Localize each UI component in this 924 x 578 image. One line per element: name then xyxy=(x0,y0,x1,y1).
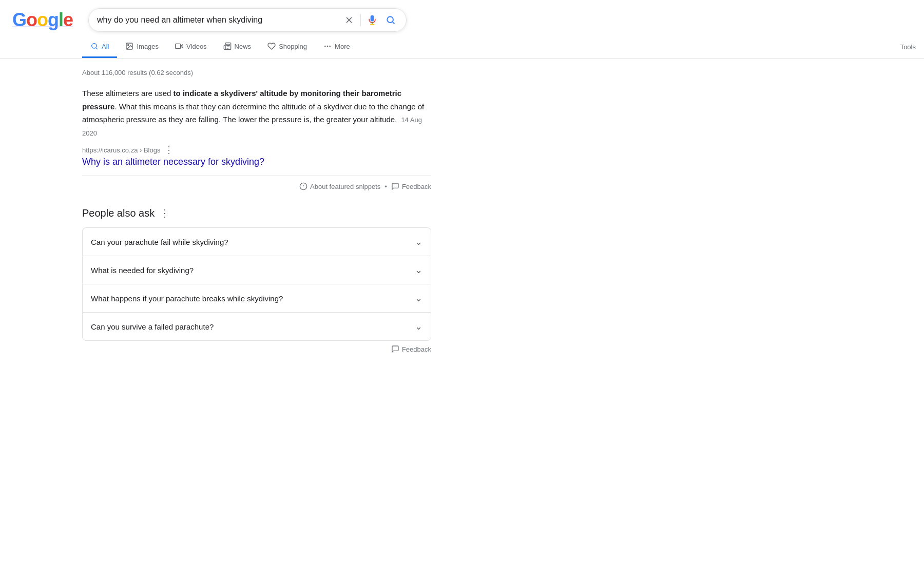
feedback-button[interactable]: Feedback xyxy=(391,182,431,190)
feedback-label: Feedback xyxy=(402,183,431,190)
svg-rect-11 xyxy=(176,44,181,48)
chevron-down-icon-2: ⌄ xyxy=(415,264,422,276)
people-also-ask-section: People also ask ⋮ Can your parachute fai… xyxy=(82,207,431,341)
chevron-down-icon-4: ⌄ xyxy=(415,321,422,332)
snippet-text-after: . What this means is that they can deter… xyxy=(82,102,424,124)
logo-letter-g: G xyxy=(12,9,26,30)
snippet-url-row: https://icarus.co.za › Blogs ⋮ xyxy=(82,145,431,155)
svg-point-14 xyxy=(329,46,331,47)
paa-question-1: Can your parachute fail while skydiving? xyxy=(91,238,228,246)
svg-marker-10 xyxy=(181,45,183,48)
about-featured-snippets-button[interactable]: About featured snippets xyxy=(299,182,380,190)
tab-more-label: More xyxy=(335,43,350,50)
search-bar-wrapper: why do you need an altimeter when skydiv… xyxy=(88,8,407,32)
logo-letter-l: l xyxy=(59,9,63,30)
paa-item-2[interactable]: What is needed for skydiving? ⌄ xyxy=(82,256,431,284)
google-logo[interactable]: Google xyxy=(12,9,78,31)
tab-all[interactable]: All xyxy=(82,36,117,58)
tab-images-label: Images xyxy=(137,43,159,50)
snippet-title-link[interactable]: Why is an altimeter necessary for skydiv… xyxy=(82,157,264,167)
svg-line-5 xyxy=(393,22,395,24)
tab-tools[interactable]: Tools xyxy=(892,37,924,57)
snippet-text-before: These altimeters are used xyxy=(82,89,174,98)
paa-question-3: What happens if your parachute breaks wh… xyxy=(91,294,283,303)
paa-question-4: Can you survive a failed parachute? xyxy=(91,322,214,331)
paa-list: Can your parachute fail while skydiving?… xyxy=(82,227,431,341)
footer-dot: • xyxy=(384,183,387,190)
snippet-more-options-button[interactable]: ⋮ xyxy=(164,145,174,155)
svg-point-9 xyxy=(128,45,129,46)
svg-line-7 xyxy=(96,48,98,49)
snippet-text: These altimeters are used to indicate a … xyxy=(82,87,431,139)
snippet-url-text: https://icarus.co.za › Blogs xyxy=(82,146,160,154)
tab-news-label: News xyxy=(235,43,252,50)
paa-question-2: What is needed for skydiving? xyxy=(91,266,194,275)
about-featured-snippets-label: About featured snippets xyxy=(310,183,380,190)
logo-letter-o1: o xyxy=(26,9,37,30)
tab-videos-label: Videos xyxy=(186,43,207,50)
logo-letter-o2: o xyxy=(37,9,48,30)
tab-videos[interactable]: Videos xyxy=(167,36,215,58)
nav-tabs: All Images Videos News Shopping xyxy=(0,34,924,59)
paa-header: People also ask ⋮ xyxy=(82,207,431,219)
svg-point-6 xyxy=(92,44,97,48)
paa-item-3[interactable]: What happens if your parachute breaks wh… xyxy=(82,284,431,312)
featured-snippet: These altimeters are used to indicate a … xyxy=(82,87,431,190)
voice-search-button[interactable] xyxy=(365,13,379,27)
logo-letter-e: e xyxy=(63,9,73,30)
clear-button[interactable] xyxy=(342,13,356,27)
search-divider xyxy=(360,14,361,26)
header: Google why do you need an altimeter when… xyxy=(0,0,924,32)
paa-title: People also ask xyxy=(82,207,155,219)
search-input[interactable]: why do you need an altimeter when skydiv… xyxy=(97,15,338,25)
bottom-feedback-area: Feedback xyxy=(82,345,431,359)
tab-more[interactable]: More xyxy=(315,36,358,58)
tab-shopping[interactable]: Shopping xyxy=(259,36,315,58)
chevron-down-icon-3: ⌄ xyxy=(415,293,422,304)
main-content: About 116,000 results (0.62 seconds) The… xyxy=(0,59,493,370)
paa-more-options-button[interactable]: ⋮ xyxy=(160,207,170,219)
logo-letter-g2: g xyxy=(48,9,59,30)
svg-point-12 xyxy=(324,46,326,47)
tab-images[interactable]: Images xyxy=(117,36,167,58)
bottom-feedback-button[interactable]: Feedback xyxy=(391,345,431,353)
svg-point-13 xyxy=(327,46,329,47)
paa-item-4[interactable]: Can you survive a failed parachute? ⌄ xyxy=(82,312,431,341)
svg-point-4 xyxy=(387,16,393,23)
results-count: About 116,000 results (0.62 seconds) xyxy=(82,69,493,76)
search-submit-button[interactable] xyxy=(383,13,398,27)
paa-item-1[interactable]: Can your parachute fail while skydiving?… xyxy=(82,227,431,256)
tab-news[interactable]: News xyxy=(215,36,260,58)
snippet-footer: About featured snippets • Feedback xyxy=(82,176,431,190)
tab-all-label: All xyxy=(102,43,109,50)
chevron-down-icon-1: ⌄ xyxy=(415,236,422,247)
bottom-feedback-label: Feedback xyxy=(402,345,431,353)
tab-shopping-label: Shopping xyxy=(279,43,307,50)
search-bar: why do you need an altimeter when skydiv… xyxy=(88,8,407,32)
